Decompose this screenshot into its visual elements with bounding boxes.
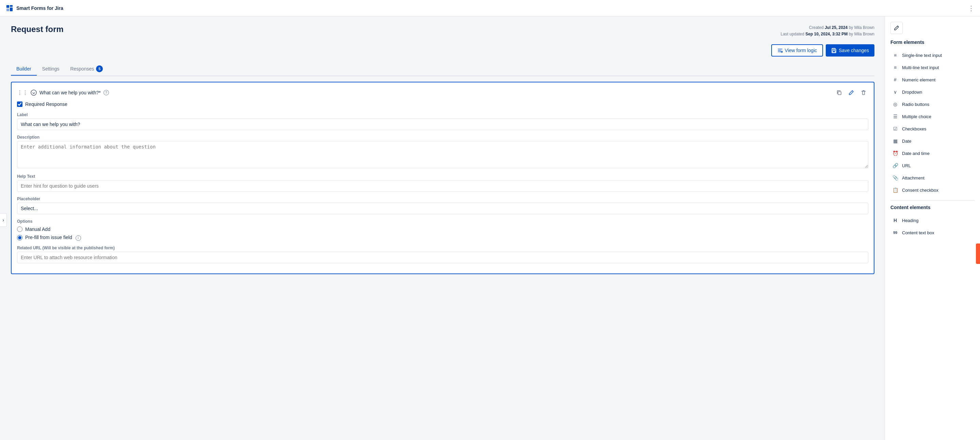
svg-rect-2 <box>6 8 9 11</box>
label-input[interactable] <box>17 118 868 130</box>
svg-rect-8 <box>838 92 841 95</box>
form-card-header: ⋮⋮ What can we help you with?* ? <box>17 88 868 97</box>
card-actions <box>834 88 868 97</box>
tab-builder[interactable]: Builder <box>11 63 37 76</box>
placeholder-label: Placeholder <box>17 196 868 201</box>
pre-fill-radio[interactable] <box>17 235 22 241</box>
related-url-label: Related URL (Will be visible at the publ… <box>17 246 868 250</box>
topbar: Smart Forms for Jira ⋮ <box>0 0 980 16</box>
placeholder-input[interactable] <box>17 202 868 214</box>
description-field-group: Description <box>17 135 868 169</box>
tab-settings[interactable]: Settings <box>37 63 65 76</box>
form-card-title: ⋮⋮ What can we help you with?* ? <box>17 89 109 96</box>
required-checkbox[interactable] <box>17 102 22 107</box>
svg-rect-6 <box>832 51 835 53</box>
element-numeric[interactable]: # Numeric element <box>891 73 975 86</box>
dropdown-field-icon <box>31 89 37 96</box>
panel-divider <box>891 200 975 201</box>
help-text-field-group: Help Text <box>17 174 868 192</box>
svg-point-7 <box>31 90 37 96</box>
single-line-icon: ≡ <box>892 52 899 59</box>
element-dropdown[interactable]: ∨ Dropdown <box>891 86 975 98</box>
updated-meta: Last updated Sep 10, 2024, 3:32 PM by Mi… <box>780 31 875 37</box>
required-label[interactable]: Required Response <box>25 102 67 107</box>
help-text-input[interactable] <box>17 180 868 192</box>
placeholder-field-group: Placeholder <box>17 196 868 214</box>
tab-responses[interactable]: Responses 5 <box>65 62 108 76</box>
main-container: Request form Created Jul 25, 2024 by Mil… <box>0 16 980 440</box>
element-multiple-choice[interactable]: ☰ Multiple choice <box>891 110 975 123</box>
action-buttons: View form logic Save changes <box>11 44 875 57</box>
help-text-label: Help Text <box>17 174 868 179</box>
attachment-icon: 📎 <box>892 174 899 181</box>
pencil-icon <box>894 25 899 31</box>
element-date-time[interactable]: ⏰ Date and time <box>891 147 975 159</box>
manual-add-radio[interactable] <box>17 226 22 232</box>
svg-rect-1 <box>10 5 13 7</box>
svg-rect-0 <box>6 5 9 8</box>
tabs: Builder Settings Responses 5 <box>11 62 875 76</box>
element-radio[interactable]: ◎ Radio buttons <box>891 98 975 110</box>
app-logo: Smart Forms for Jira <box>5 4 63 12</box>
consent-icon: 📋 <box>892 187 899 193</box>
form-card: ⋮⋮ What can we help you with?* ? <box>11 82 875 274</box>
manual-add-option: Manual Add <box>17 226 868 232</box>
sidebar-toggle[interactable]: › <box>0 213 7 227</box>
pre-fill-info-icon[interactable]: i <box>76 235 81 241</box>
edit-icon <box>849 90 854 96</box>
numeric-icon: # <box>892 76 899 83</box>
copy-field-button[interactable] <box>834 88 844 97</box>
responses-badge: 5 <box>96 65 103 72</box>
save-changes-button[interactable]: Save changes <box>826 44 875 57</box>
save-icon <box>831 48 837 53</box>
element-multi-line[interactable]: ≡ Multi-line text input <box>891 61 975 73</box>
related-url-input[interactable] <box>17 252 868 263</box>
manual-add-label[interactable]: Manual Add <box>25 226 50 232</box>
svg-rect-3 <box>10 8 13 11</box>
drag-handle[interactable]: ⋮⋮ <box>17 89 28 96</box>
date-time-icon: ⏰ <box>892 150 899 157</box>
element-consent[interactable]: 📋 Consent checkbox <box>891 184 975 196</box>
related-url-field-group: Related URL (Will be visible at the publ… <box>17 246 868 263</box>
pre-fill-label[interactable]: Pre-fill from issue field i <box>25 234 81 241</box>
label-field-label: Label <box>17 112 868 117</box>
required-row: Required Response <box>17 102 868 107</box>
multiple-choice-icon: ☰ <box>892 113 899 120</box>
page-header: Request form Created Jul 25, 2024 by Mil… <box>11 24 875 37</box>
description-field-label: Description <box>17 135 868 140</box>
multi-line-icon: ≡ <box>892 64 899 71</box>
url-icon: 🔗 <box>892 162 899 169</box>
element-heading[interactable]: H Heading <box>891 214 975 226</box>
element-date[interactable]: ▦ Date <box>891 135 975 147</box>
edit-field-button[interactable] <box>846 88 856 97</box>
radio-icon: ◎ <box>892 101 899 108</box>
form-elements-section-title: Form elements <box>891 40 975 45</box>
dropdown-icon: ∨ <box>892 89 899 96</box>
topbar-menu-button[interactable]: ⋮ <box>968 4 975 12</box>
delete-icon <box>861 90 866 96</box>
content-text-box-icon: 99 <box>892 229 899 236</box>
form-logic-icon <box>777 48 783 53</box>
panel-edit-button[interactable] <box>891 22 903 34</box>
date-icon: ▦ <box>892 137 899 144</box>
options-field-group: Options Manual Add Pre-fill from issue f… <box>17 219 868 241</box>
question-info-icon[interactable]: ? <box>103 90 109 96</box>
element-checkboxes[interactable]: ☑ Checkboxes <box>891 123 975 135</box>
label-field-group: Label <box>17 112 868 130</box>
element-url[interactable]: 🔗 URL <box>891 159 975 172</box>
form-elements-list: ≡ Single-line text input ≡ Multi-line te… <box>891 49 975 196</box>
pre-fill-option: Pre-fill from issue field i <box>17 234 868 241</box>
page-title: Request form <box>11 24 64 34</box>
copy-icon <box>836 90 842 96</box>
checkboxes-icon: ☑ <box>892 125 899 132</box>
element-content-text-box[interactable]: 99 Content text box <box>891 226 975 239</box>
app-logo-icon <box>5 4 14 12</box>
description-textarea[interactable] <box>17 141 868 168</box>
delete-field-button[interactable] <box>859 88 868 97</box>
content-area: Request form Created Jul 25, 2024 by Mil… <box>0 16 980 440</box>
element-attachment[interactable]: 📎 Attachment <box>891 172 975 184</box>
scroll-indicator <box>976 244 980 264</box>
svg-point-4 <box>781 51 783 53</box>
view-form-logic-button[interactable]: View form logic <box>771 44 823 57</box>
element-single-line[interactable]: ≡ Single-line text input <box>891 49 975 61</box>
